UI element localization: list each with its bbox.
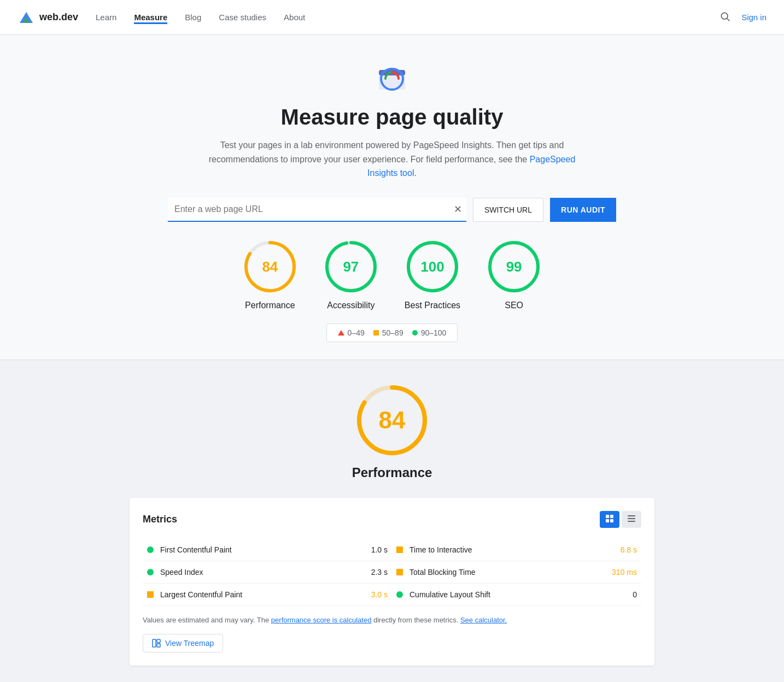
tbt-indicator	[396, 569, 403, 575]
tti-name: Time to Interactive	[409, 545, 614, 554]
metrics-note: Values are estimated and may vary. The p…	[143, 615, 641, 626]
metrics-view-toggle	[600, 511, 641, 528]
switch-url-button[interactable]: SWITCH URL	[473, 198, 543, 222]
nav-link-measure[interactable]: Measure	[134, 10, 167, 24]
legend-fail: 0–49	[338, 328, 365, 337]
logo-icon	[17, 9, 35, 26]
performance-inner: 84 Performance Metrics	[130, 382, 654, 666]
performance-section: 84 Performance Metrics	[0, 360, 784, 682]
fcp-name: First Contentful Paint	[160, 545, 365, 554]
hero-section: Measure page quality Test your pages in …	[0, 35, 784, 360]
metric-cls: Cumulative Layout Shift 0	[392, 584, 641, 606]
svg-rect-24	[157, 639, 160, 643]
svg-rect-21	[628, 518, 635, 519]
score-performance: 84 Performance	[243, 239, 297, 310]
calculator-link[interactable]: See calculator.	[460, 616, 507, 624]
svg-rect-25	[157, 644, 160, 647]
svg-rect-16	[606, 515, 609, 518]
search-button[interactable]	[717, 9, 733, 26]
run-audit-button[interactable]: RUN AUDIT	[550, 198, 616, 222]
legend-pass-icon	[412, 330, 418, 336]
legend-fail-icon	[338, 330, 344, 336]
tbt-name: Total Blocking Time	[409, 568, 605, 577]
search-icon	[719, 11, 730, 22]
accessibility-circle: 97	[324, 239, 378, 294]
lcp-name: Largest Contentful Paint	[160, 590, 365, 599]
hero-icon	[375, 61, 409, 96]
tbt-value: 310 ms	[612, 568, 637, 577]
legend-average-icon	[373, 330, 379, 336]
seo-label: SEO	[505, 301, 523, 310]
treemap-btn-label: View Treemap	[165, 639, 214, 648]
seo-score: 99	[506, 258, 522, 275]
logo[interactable]: web.dev	[17, 9, 78, 26]
svg-point-2	[721, 13, 728, 19]
url-input-wrap: ✕	[168, 198, 466, 222]
metric-tbt: Total Blocking Time 310 ms	[392, 561, 641, 584]
cls-name: Cumulative Layout Shift	[409, 590, 626, 599]
legend-average-label: 50–89	[382, 328, 403, 337]
si-indicator	[147, 569, 154, 575]
svg-rect-19	[610, 519, 613, 522]
metrics-card: Metrics	[130, 498, 654, 666]
accessibility-label: Accessibility	[327, 301, 375, 310]
nav-link-case-studies[interactable]: Case studies	[219, 10, 266, 24]
toggle-grid-btn[interactable]	[600, 511, 619, 528]
logo-text: web.dev	[39, 11, 78, 23]
accessibility-score: 97	[343, 258, 359, 275]
svg-rect-17	[610, 515, 613, 518]
metrics-grid: First Contentful Paint 1.0 s Time to Int…	[143, 539, 641, 606]
perf-score-link[interactable]: performance score is calculated	[271, 616, 372, 624]
navigation: web.dev Learn Measure Blog Case studies …	[0, 0, 784, 35]
url-bar: ✕ SWITCH URL RUN AUDIT	[168, 198, 616, 222]
score-legend: 0–49 50–89 90–100	[326, 324, 458, 342]
svg-line-3	[727, 19, 730, 21]
svg-rect-20	[628, 515, 635, 516]
si-value: 2.3 s	[371, 568, 388, 577]
url-clear-button[interactable]: ✕	[454, 204, 462, 214]
tti-value: 6.8 s	[621, 545, 637, 554]
svg-rect-18	[606, 519, 609, 522]
seo-circle: 99	[487, 239, 541, 294]
metrics-heading: Metrics	[143, 514, 177, 525]
metric-fcp: First Contentful Paint 1.0 s	[143, 539, 392, 561]
legend-pass: 90–100	[412, 328, 447, 337]
svg-rect-23	[153, 639, 156, 647]
metric-lcp: Largest Contentful Paint 3.0 s	[143, 584, 392, 606]
hero-description: Test your pages in a lab environment pow…	[206, 138, 578, 180]
metrics-header: Metrics	[143, 511, 641, 528]
cls-value: 0	[633, 590, 637, 599]
score-accessibility: 97 Accessibility	[324, 239, 378, 310]
grid-icon	[605, 514, 614, 523]
fcp-value: 1.0 s	[371, 545, 388, 554]
metric-tti: Time to Interactive 6.8 s	[392, 539, 641, 561]
sign-in-button[interactable]: Sign in	[741, 13, 767, 22]
metrics-note-prefix: Values are estimated and may vary. The	[143, 616, 271, 624]
pagespeed-link[interactable]: PageSpeed Insights tool	[367, 155, 575, 178]
lcp-indicator	[147, 591, 154, 598]
metrics-note-middle: directly from these metrics.	[371, 616, 460, 624]
toggle-list-btn[interactable]	[622, 511, 641, 528]
nav-link-blog[interactable]: Blog	[185, 10, 201, 24]
lcp-value: 3.0 s	[371, 590, 388, 599]
nav-links: Learn Measure Blog Case studies About	[96, 10, 717, 24]
nav-actions: Sign in	[717, 9, 767, 26]
scores-row: 84 Performance 97 Accessibility 10	[9, 239, 775, 310]
performance-label: Performance	[245, 301, 295, 310]
performance-section-title: Performance	[352, 465, 432, 480]
nav-link-learn[interactable]: Learn	[96, 10, 116, 24]
metric-si: Speed Index 2.3 s	[143, 561, 392, 584]
view-treemap-button[interactable]: View Treemap	[143, 634, 223, 652]
cls-indicator	[396, 591, 403, 598]
performance-score-center: 84 Performance	[130, 382, 654, 480]
score-best-practices: 100 Best Practices	[405, 239, 460, 310]
url-input[interactable]	[168, 198, 466, 221]
score-seo: 99 SEO	[487, 239, 541, 310]
treemap-icon	[152, 639, 161, 648]
nav-link-about[interactable]: About	[284, 10, 305, 24]
svg-rect-22	[628, 521, 635, 522]
best-practices-circle: 100	[405, 239, 460, 294]
performance-big-score: 84	[379, 407, 406, 434]
list-icon	[627, 514, 636, 523]
best-practices-score: 100	[420, 258, 444, 275]
